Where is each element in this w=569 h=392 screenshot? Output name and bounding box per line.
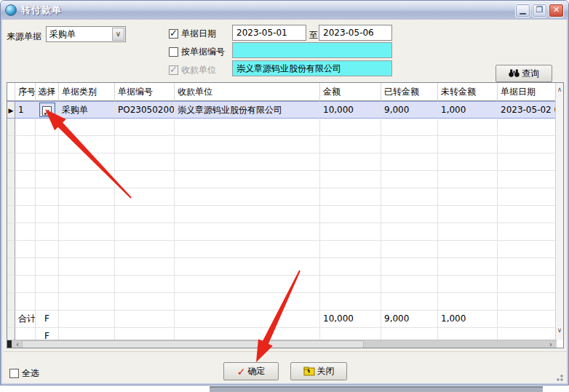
col-header-untransferred[interactable]: 未转金额: [438, 83, 498, 101]
table-row-selected[interactable]: ▶ 1 采购单 PO230502001 崇义章源钨业股份有限公司 10,000 …: [7, 101, 557, 119]
background-window-edge: [210, 386, 543, 392]
empty-cell: [15, 188, 36, 206]
empty-cell: [438, 258, 498, 276]
gutter-cell: [7, 311, 15, 328]
empty-cell: [438, 171, 498, 188]
source-doc-value: 采购单: [49, 28, 76, 41]
scroll-left-icon[interactable]: ‹: [12, 340, 23, 348]
window-title: 转付款单: [21, 4, 62, 17]
empty-row: [7, 241, 557, 258]
horizontal-scrollbar[interactable]: ‹ ›: [7, 340, 557, 348]
minimize-button[interactable]: ▁: [515, 4, 530, 17]
scroll-up-icon[interactable]: ∧: [556, 84, 563, 96]
col-header-doc-date[interactable]: 单据日期: [498, 83, 557, 101]
col-header-select[interactable]: 选择: [36, 83, 59, 101]
empty-cell: [438, 136, 498, 153]
titlebar[interactable]: 转付款单 ▁ ❐ ✕: [1, 1, 568, 20]
cell-amount: 10,000: [320, 101, 381, 119]
checkbox-icon[interactable]: [169, 29, 178, 39]
close-dialog-button[interactable]: 关闭: [290, 362, 347, 380]
docno-filter-label: 按单据编号: [181, 46, 225, 58]
date-from-input[interactable]: 2023-05-01: [232, 25, 306, 41]
date-to-separator: 至: [309, 29, 318, 41]
resize-grip[interactable]: [554, 372, 564, 382]
transfer-payment-dialog: 转付款单 ▁ ❐ ✕ 来源单据 采购单 ∨ 单据日期 2023-05-01 至 …: [0, 0, 569, 385]
col-header-doc-number[interactable]: 单据编号: [115, 83, 175, 101]
cell-select[interactable]: [36, 101, 59, 119]
total-cell: [498, 311, 557, 328]
gutter-cell: [7, 328, 15, 340]
empty-row: [7, 136, 557, 153]
cell-seq: 1: [15, 101, 36, 119]
empty-cell: [36, 258, 59, 276]
empty-cell: [320, 258, 381, 276]
empty-cell: [175, 171, 320, 188]
scroll-right-icon[interactable]: ›: [546, 340, 556, 348]
empty-cell: [381, 171, 438, 188]
close-button[interactable]: ✕: [549, 4, 564, 17]
payee-filter-checkbox: 收款单位: [169, 64, 216, 76]
empty-cell: [115, 153, 175, 171]
empty-cell: [7, 258, 15, 276]
empty-row: [7, 223, 557, 241]
empty-cell: [15, 258, 36, 276]
docno-filter-checkbox[interactable]: 按单据编号: [169, 46, 225, 58]
empty-cell: [438, 188, 498, 206]
empty-cell: [381, 293, 438, 311]
col-header-transferred[interactable]: 已转金额: [381, 83, 438, 101]
empty-cell: [381, 136, 438, 153]
empty-cell: [438, 276, 498, 293]
empty-cell: [498, 153, 557, 171]
checkbox-icon[interactable]: [169, 47, 178, 57]
col-header-seq[interactable]: 序号: [15, 83, 36, 101]
col-header-doc-type[interactable]: 单据类别: [59, 83, 115, 101]
empty-cell: [381, 258, 438, 276]
col-header-amount[interactable]: 金额: [320, 83, 381, 101]
payee-input[interactable]: 崇义章源钨业股份有限公司: [232, 60, 392, 76]
empty-cell: [115, 258, 175, 276]
empty-cell: [175, 258, 320, 276]
empty-cell: [175, 153, 320, 171]
cell-doc-date: 2023-05-02 0: [498, 101, 557, 119]
total-transferred: 9,000: [381, 311, 438, 328]
source-doc-select[interactable]: 采购单 ∨: [46, 26, 126, 42]
screen: 转付款单 ▁ ❐ ✕ 来源单据 采购单 ∨ 单据日期 2023-05-01 至 …: [0, 0, 569, 392]
row-checkbox-icon[interactable]: [42, 106, 52, 116]
empty-cell: [175, 293, 320, 311]
ok-button[interactable]: ✓ 确定: [223, 362, 279, 380]
extra-flag: F: [36, 328, 59, 340]
select-all-checkbox[interactable]: 全选: [9, 367, 39, 380]
empty-cell: [381, 241, 438, 258]
cell-doc-type: 采购单: [59, 101, 115, 119]
empty-cell: [498, 241, 557, 258]
date-filter-label: 单据日期: [181, 28, 216, 40]
maximize-button[interactable]: ❐: [532, 4, 547, 17]
empty-cell: [36, 223, 59, 241]
empty-cell: [59, 188, 115, 206]
total-label: 合计: [15, 311, 36, 328]
docno-input[interactable]: [232, 42, 392, 58]
date-to-input[interactable]: 2023-05-06: [319, 25, 392, 41]
empty-row: [7, 293, 557, 311]
empty-cell: [7, 188, 15, 206]
empty-cell: [59, 171, 115, 188]
checkbox-icon[interactable]: [9, 369, 19, 378]
select-all-label: 全选: [22, 367, 39, 380]
empty-cell: [115, 293, 175, 311]
vertical-scrollbar[interactable]: ∧ ∨: [555, 83, 563, 340]
chevron-down-icon[interactable]: ∨: [112, 28, 124, 41]
empty-cell: [7, 119, 15, 136]
empty-cell: [59, 136, 115, 153]
scroll-down-icon[interactable]: ∨: [556, 325, 563, 337]
scrollbar-thumb[interactable]: [22, 340, 364, 348]
empty-cell: [15, 223, 36, 241]
empty-cell: [115, 241, 175, 258]
empty-cell: [7, 293, 15, 311]
empty-cell: [438, 119, 498, 136]
empty-cell: [36, 293, 59, 311]
col-header-payee[interactable]: 收款单位: [175, 83, 320, 101]
empty-cell: [115, 171, 175, 188]
empty-cell: [381, 119, 438, 136]
query-button[interactable]: 查询: [496, 65, 552, 82]
date-filter-checkbox[interactable]: 单据日期: [169, 28, 216, 40]
